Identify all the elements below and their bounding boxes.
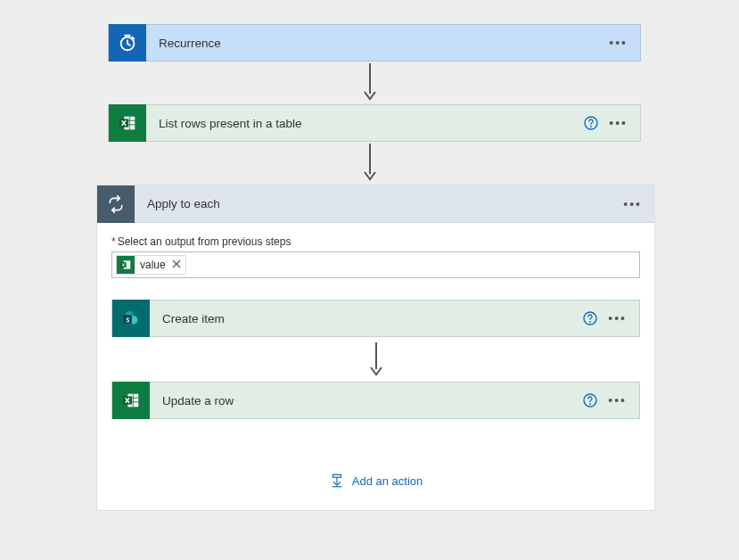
apply-to-each-header[interactable]: Apply to each ••• — [97, 185, 654, 223]
help-icon[interactable] — [584, 116, 598, 130]
flow-arrow-icon — [363, 144, 377, 181]
output-field-label: *Select an output from previous steps — [111, 235, 640, 248]
remove-token-icon[interactable] — [171, 258, 182, 272]
more-icon[interactable]: ••• — [609, 117, 628, 129]
more-icon[interactable]: ••• — [623, 198, 642, 210]
list-rows-title: List rows present in a table — [146, 117, 584, 130]
step-apply-to-each: Apply to each ••• *Select an output from… — [96, 185, 655, 511]
excel-icon — [117, 256, 135, 274]
help-icon[interactable] — [583, 393, 597, 408]
update-row-title: Update a row — [150, 394, 583, 408]
more-icon[interactable]: ••• — [609, 37, 628, 49]
svg-point-8 — [590, 126, 592, 128]
more-icon[interactable]: ••• — [608, 394, 627, 407]
output-token-input[interactable]: value — [111, 251, 640, 278]
recurrence-icon — [109, 24, 146, 62]
token-label: value — [138, 259, 168, 271]
svg-rect-25 — [333, 474, 341, 477]
step-create-item[interactable]: Create item ••• — [111, 300, 640, 337]
add-action-label: Add an action — [352, 474, 423, 488]
value-token[interactable]: value — [116, 255, 186, 275]
help-icon[interactable] — [583, 311, 597, 325]
flow-arrow-icon — [363, 63, 377, 101]
step-recurrence[interactable]: Recurrence ••• — [108, 24, 641, 62]
excel-icon — [109, 104, 146, 142]
svg-point-16 — [589, 321, 591, 323]
apply-to-each-title: Apply to each — [135, 197, 623, 210]
flow-arrow-icon — [111, 342, 640, 376]
create-item-title: Create item — [150, 312, 583, 325]
svg-point-24 — [589, 403, 591, 405]
loop-icon — [97, 185, 135, 223]
step-update-row[interactable]: Update a row ••• — [111, 382, 640, 419]
recurrence-title: Recurrence — [146, 37, 609, 50]
excel-icon — [112, 382, 150, 419]
add-step-icon — [329, 473, 345, 489]
step-list-rows[interactable]: List rows present in a table ••• — [108, 104, 641, 142]
sharepoint-icon — [112, 300, 150, 337]
add-action-button[interactable]: Add an action — [111, 473, 640, 489]
more-icon[interactable]: ••• — [608, 312, 627, 325]
